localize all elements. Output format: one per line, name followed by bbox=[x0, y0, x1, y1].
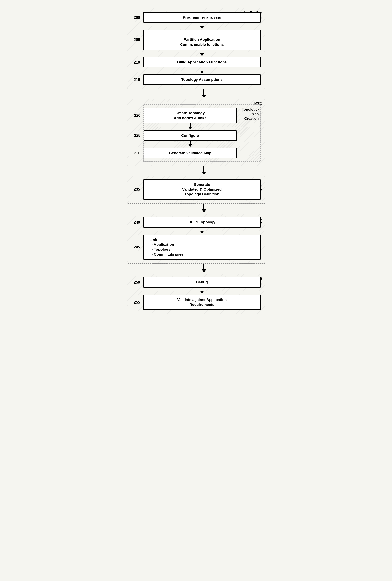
step-number-205: 205 bbox=[130, 38, 140, 42]
step-box-220: Create TopologyAdd nodes & links bbox=[144, 108, 237, 123]
step-number-210: 210 bbox=[130, 60, 140, 64]
step-row-210: 210 Build Application Functions bbox=[143, 57, 261, 68]
step-row-240: 240 Build Topology bbox=[143, 217, 261, 228]
step-row-235: 235 GenerateValidated & OptimizedTopolog… bbox=[143, 180, 261, 200]
step-row-250: 250 Debug bbox=[143, 277, 261, 288]
section-test-application: Test Application 250 Debug 255 Validate … bbox=[127, 274, 265, 314]
mtg-inner-group: Topology- Map Creation 220 Create Topolo… bbox=[143, 104, 261, 162]
arrow-220-225 bbox=[144, 123, 237, 130]
step-row-225: 225 Configure bbox=[144, 130, 237, 141]
arrow-205-210 bbox=[143, 50, 261, 57]
step-box-210: Build Application Functions bbox=[143, 57, 261, 68]
arrow-210-215 bbox=[143, 67, 261, 74]
step-box-215: Topology Assumptions bbox=[143, 74, 261, 85]
step-box-205: Partition ApplicationComm. enable functi… bbox=[143, 30, 261, 50]
step-row-245: 245 Link - Application - Topology - Comm… bbox=[143, 235, 261, 260]
step-row-215: 215 Topology Assumptions bbox=[143, 74, 261, 85]
arrow-225-230 bbox=[144, 141, 237, 148]
step-number-255: 255 bbox=[130, 300, 140, 304]
step-box-240: Build Topology bbox=[143, 217, 261, 228]
arrow-mtg-topodef bbox=[143, 166, 265, 176]
step-number-250: 250 bbox=[130, 280, 140, 284]
section-build-multicore: Build Multicore Application 240 Build To… bbox=[127, 214, 265, 264]
step-number-200: 200 bbox=[130, 15, 140, 20]
arrow-240-245 bbox=[143, 228, 261, 235]
arrow-250-255 bbox=[143, 288, 261, 295]
step-row-255: 255 Validate against ApplicationRequirem… bbox=[143, 295, 261, 310]
diagram-container: Application Preparation 200 Programmer a… bbox=[127, 8, 265, 314]
step-number-240: 240 bbox=[130, 220, 140, 224]
section-mtg-outer: MTG Topology- Map Creation 220 Create To… bbox=[127, 99, 265, 166]
step-box-245: Link - Application - Topology - Comm. Li… bbox=[143, 235, 261, 260]
arrow-prep-mtg bbox=[143, 89, 265, 99]
arrow-200-205 bbox=[143, 23, 261, 30]
step-number-225: 225 bbox=[131, 133, 141, 138]
step-number-235: 235 bbox=[130, 187, 140, 192]
step-number-230: 230 bbox=[131, 151, 141, 155]
step-box-225: Configure bbox=[144, 130, 237, 141]
step-row-200: 200 Programmer analysis bbox=[143, 12, 261, 23]
arrow-build-test bbox=[143, 264, 265, 274]
step-row-230: 230 Generate Validated Map bbox=[144, 148, 237, 158]
step-number-245: 245 bbox=[130, 245, 140, 250]
step-box-200: Programmer analysis bbox=[143, 12, 261, 23]
arrow-topodef-build bbox=[143, 204, 265, 214]
section-topology-definition: Topology- Definition Creation 235 Genera… bbox=[127, 176, 265, 204]
step-box-235: GenerateValidated & OptimizedTopology De… bbox=[143, 180, 261, 200]
step-row-220: 220 Create TopologyAdd nodes & links bbox=[144, 108, 237, 123]
step-number-220: 220 bbox=[131, 113, 141, 118]
step-box-255: Validate against ApplicationRequirements bbox=[143, 295, 261, 310]
section-application-preparation: Application Preparation 200 Programmer a… bbox=[127, 8, 265, 89]
step-box-250: Debug bbox=[143, 277, 261, 288]
step-row-205: 205 Partition ApplicationComm. enable fu… bbox=[143, 30, 261, 50]
step-number-215: 215 bbox=[130, 77, 140, 82]
mtg-inner-label: Topology- Map Creation bbox=[242, 107, 259, 121]
step-box-230: Generate Validated Map bbox=[144, 148, 237, 158]
